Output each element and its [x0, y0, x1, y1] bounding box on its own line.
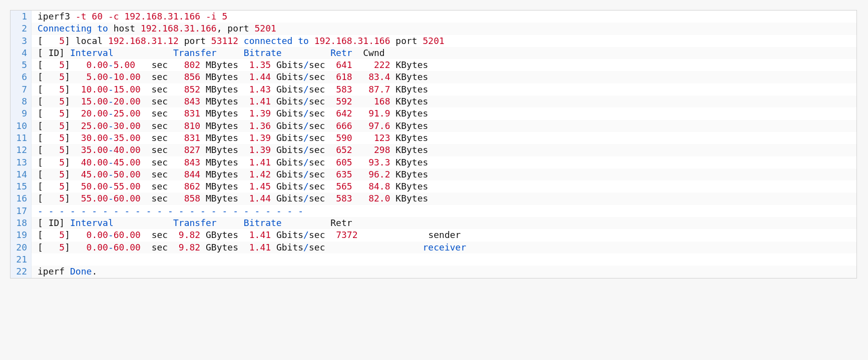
token: 168	[374, 96, 390, 106]
code-content: [ 5] 45.00-50.00 sec 844 MBytes 1.42 Gbi…	[32, 168, 856, 180]
token: 91.9	[368, 108, 390, 118]
token: 592	[336, 96, 352, 106]
line-number: 20	[11, 242, 32, 254]
token: [	[38, 144, 59, 155]
token: 40.00	[114, 144, 141, 155]
token: Gbits	[271, 242, 303, 252]
token: 53112	[211, 36, 238, 46]
line-number: 1	[11, 10, 32, 22]
token: 1.45	[249, 181, 271, 192]
token: sec	[141, 120, 184, 131]
token: -	[108, 132, 114, 143]
token: 843	[184, 157, 201, 168]
code-content: [ 5] 40.00-45.00 sec 843 MBytes 1.41 Gbi…	[32, 156, 856, 168]
token: [	[38, 242, 59, 252]
token: MBytes	[200, 132, 249, 143]
code-content: [ 5] 0.00-60.00 sec 9.82 GBytes 1.41 Gbi…	[32, 242, 856, 254]
token: 1.44	[249, 193, 271, 204]
token: -	[108, 96, 114, 106]
token: sender	[358, 230, 461, 240]
token: 55.00	[81, 193, 108, 204]
token: 60.00	[114, 193, 141, 204]
token	[92, 23, 97, 34]
token: Gbits	[271, 96, 303, 106]
token: /	[303, 144, 309, 155]
token: KBytes	[390, 181, 428, 192]
token: sec	[141, 132, 184, 143]
token: sec	[309, 193, 336, 204]
token: -	[108, 230, 114, 240]
token: 1.41	[249, 157, 271, 168]
token: [	[38, 169, 59, 180]
token: [	[38, 157, 59, 168]
token	[217, 218, 244, 228]
token: ]	[65, 96, 81, 106]
token	[352, 72, 369, 82]
code-line: 22iperf Done.	[11, 266, 856, 278]
token: 5201	[255, 23, 276, 34]
token: KBytes	[390, 120, 428, 131]
token: MBytes	[200, 144, 249, 155]
token: 652	[336, 144, 352, 155]
token: [ ID]	[38, 218, 70, 228]
token	[352, 181, 369, 192]
token: 192.168.31.166	[141, 23, 217, 34]
token: MBytes	[200, 193, 249, 204]
code-line: 5[ 5] 0.00-5.00 sec 802 MBytes 1.35 Gbit…	[11, 59, 856, 71]
token: Gbits	[271, 157, 303, 168]
code-content: [ 5] 55.00-60.00 sec 858 MBytes 1.44 Gbi…	[32, 192, 856, 204]
token	[352, 157, 369, 168]
line-number: 17	[11, 205, 32, 217]
code-line: 19[ 5] 0.00-60.00 sec 9.82 GBytes 1.41 G…	[11, 229, 856, 241]
token: sec	[309, 120, 336, 131]
token: KBytes	[390, 72, 428, 82]
line-number: 9	[11, 108, 32, 120]
code-content: [ 5] 5.00-10.00 sec 856 MBytes 1.44 Gbit…	[32, 71, 856, 83]
token: Gbits	[271, 60, 303, 70]
token: 5	[59, 72, 65, 82]
token: sec	[141, 242, 179, 252]
token: 5.00	[87, 72, 108, 82]
token: sec	[141, 193, 184, 204]
line-number: 8	[11, 96, 32, 108]
token: 5	[59, 144, 65, 155]
token: 5	[59, 60, 65, 70]
token: 30.00	[114, 120, 141, 131]
token: 862	[184, 181, 201, 192]
token: 1.39	[249, 144, 271, 155]
token: 50.00	[114, 169, 141, 180]
token: 5	[59, 181, 65, 192]
token: 844	[184, 169, 201, 180]
code-content: Connecting to host 192.168.31.166, port …	[32, 22, 856, 34]
token: [	[38, 181, 59, 192]
token: Done	[70, 266, 92, 276]
token: -	[108, 181, 114, 192]
line-number: 18	[11, 217, 32, 229]
token: 93.3	[368, 157, 390, 168]
token: 60.00	[114, 242, 141, 252]
token: KBytes	[390, 157, 428, 168]
line-number: 7	[11, 84, 32, 96]
token: -	[108, 60, 114, 70]
token	[352, 144, 374, 155]
token: 5	[59, 193, 65, 204]
token: MBytes	[200, 169, 249, 180]
token: ]	[65, 193, 81, 204]
line-number: 4	[11, 47, 32, 59]
token: sec	[309, 108, 336, 118]
code-content: [ 5] 20.00-25.00 sec 831 MBytes 1.39 Gbi…	[32, 108, 856, 120]
token: ]	[65, 230, 86, 240]
token: -	[108, 84, 114, 94]
token: MBytes	[200, 181, 249, 192]
code-line: 20[ 5] 0.00-60.00 sec 9.82 GBytes 1.41 G…	[11, 242, 856, 254]
token: KBytes	[390, 108, 428, 118]
token: ]	[65, 132, 81, 143]
token: 30.00	[81, 132, 108, 143]
token: Bitrate	[244, 48, 282, 58]
token: sec	[141, 108, 184, 118]
token: 810	[184, 120, 201, 131]
code-line: 15[ 5] 50.00-55.00 sec 862 MBytes 1.45 G…	[11, 180, 856, 192]
token: .	[92, 266, 97, 276]
token	[352, 120, 369, 131]
code-line: 21	[11, 254, 856, 266]
